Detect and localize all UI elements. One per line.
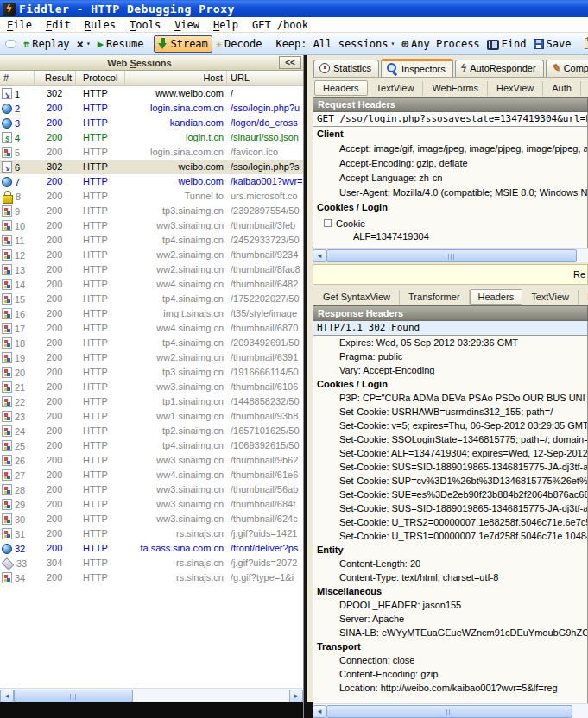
- tab-im[interactable]: Im: [579, 290, 588, 305]
- header-item[interactable]: Content-Length: 20: [313, 557, 587, 571]
- session-row[interactable]: 1302HTTPwww.weibo.com/: [0, 86, 303, 101]
- collapse-sessions-button[interactable]: <<: [279, 56, 301, 69]
- header-item[interactable]: Expires: Wed, 05 Sep 2012 03:29:36 GMT: [313, 337, 587, 350]
- tab-headers[interactable]: Headers: [314, 80, 368, 96]
- session-row[interactable]: 5200HTTPlogin.sina.com.cn/favicon.ico: [0, 145, 303, 160]
- response-status-line[interactable]: HTTP/1.1 302 Found: [313, 321, 588, 336]
- session-row[interactable]: 7200HTTPweibo.com/kaibao001?wvr=: [0, 174, 303, 189]
- header-item[interactable]: Set-Cookie: SSOLoginState=1346815775; pa…: [313, 433, 587, 447]
- tab-headers[interactable]: Headers: [470, 289, 523, 305]
- session-row[interactable]: 28200HTTPww3.sinaimg.cn/thumbnail/56ab: [0, 482, 303, 497]
- tab-statistics[interactable]: Statistics: [313, 60, 379, 77]
- session-row[interactable]: 19200HTTPww2.sinaimg.cn/thumbnail/6391: [0, 350, 303, 365]
- header-item[interactable]: P3P: CP="CURa ADMa DEVa PSAo PSDo OUR BU…: [313, 392, 587, 406]
- quickexec-input[interactable]: [0, 702, 303, 718]
- header-item[interactable]: Content-Encoding: gzip: [313, 668, 587, 682]
- header-item[interactable]: Set-Cookie: SUS=SID-1889019865-134681577…: [313, 502, 587, 516]
- session-row[interactable]: 18200HTTPtp4.sinaimg.cn/2093492691/50: [0, 336, 303, 350]
- keep-sessions-dropdown[interactable]: Keep: All sessions▾: [272, 36, 398, 52]
- header-item[interactable]: Vary: Accept-Encoding: [313, 364, 587, 378]
- header-item[interactable]: Accept: image/gif, image/jpeg, image/pjp…: [313, 142, 587, 157]
- replay-button[interactable]: ⇈Replay: [20, 36, 73, 52]
- tab-hexview[interactable]: HexView: [488, 81, 543, 96]
- tab-auth[interactable]: Auth: [543, 81, 581, 96]
- session-row[interactable]: 33304HTTPrs.sinajs.cn/j.gif?uids=2072: [0, 556, 303, 570]
- session-row[interactable]: 3200HTTPkandian.com/logon/do_cross: [0, 116, 303, 130]
- remove-sessions-button[interactable]: ×▾: [73, 37, 94, 51]
- session-row[interactable]: 9200HTTPtp3.sinaimg.cn/2392897554/50: [0, 204, 303, 218]
- header-item[interactable]: Connection: close: [313, 654, 587, 668]
- session-row[interactable]: 21200HTTPww3.sinaimg.cn/thumbnail/6106: [0, 380, 303, 394]
- header-item[interactable]: Cookie: [313, 216, 587, 230]
- scroll-right-arrow[interactable]: ▸: [289, 690, 303, 702]
- menu-item-get-book[interactable]: GET /book: [245, 18, 315, 32]
- session-row[interactable]: 11200HTTPtp4.sinaimg.cn/2452933723/50: [0, 233, 303, 248]
- tab-textview[interactable]: TextView: [368, 81, 424, 96]
- session-row[interactable]: 4200HTTPlogin.t.cn/sinaurl/sso.json: [0, 130, 303, 145]
- session-row[interactable]: 8200HTTPTunnel tours.microsoft.co: [0, 189, 303, 204]
- menu-item-help[interactable]: Help: [206, 18, 245, 32]
- header-item[interactable]: Location: http://weibo.com/kaibao001?wvr…: [313, 682, 587, 696]
- column-header-url[interactable]: URL: [227, 71, 303, 85]
- header-item[interactable]: Accept-Language: zh-cn: [313, 172, 587, 186]
- session-row[interactable]: 32200HTTPta.sass.sina.com.cn/front/deliv…: [0, 541, 303, 556]
- decode-button[interactable]: ✳Decode: [212, 36, 266, 52]
- header-item[interactable]: Set-Cookie: ALF=1347419304; expires=Wed,…: [313, 447, 587, 461]
- header-item[interactable]: Set-Cookie: SUP=cv%3D1%26bt%3D1346815775…: [313, 475, 587, 488]
- request-line[interactable]: GET /sso/login.php?ssosavestate=13474193…: [313, 112, 588, 127]
- session-row[interactable]: 24200HTTPtp2.sinaimg.cn/1657101625/50: [0, 424, 303, 438]
- clipboard-button[interactable]: [581, 36, 588, 51]
- tab-textview[interactable]: TextView: [522, 290, 579, 305]
- session-row[interactable]: 26200HTTPww3.sinaimg.cn/thumbnail/9b62: [0, 453, 303, 468]
- tab-comp[interactable]: ✎Comp: [546, 60, 588, 77]
- menu-item-tools[interactable]: Tools: [123, 18, 168, 32]
- save-button[interactable]: Save: [530, 36, 575, 52]
- comment-button[interactable]: [2, 38, 20, 50]
- session-row[interactable]: 12200HTTPww2.sinaimg.cn/thumbnail/9234: [0, 248, 303, 262]
- header-item[interactable]: Accept-Encoding: gzip, deflate: [313, 157, 587, 172]
- header-item[interactable]: User-Agent: Mozilla/4.0 (compatible; MSI…: [313, 186, 587, 201]
- scroll-thumb[interactable]: [14, 690, 133, 702]
- scroll-left-arrow[interactable]: ◂: [313, 705, 326, 718]
- header-item[interactable]: Content-Type: text/html; charset=utf-8: [313, 571, 587, 585]
- column-header-number[interactable]: #: [0, 71, 35, 85]
- menu-item-edit[interactable]: Edit: [39, 18, 78, 32]
- header-item[interactable]: DPOOL_HEADER: jason155: [313, 599, 587, 613]
- session-row[interactable]: 2200HTTPlogin.sina.com.cn/sso/login.php?…: [0, 101, 303, 116]
- session-row[interactable]: 6302HTTPweibo.com/sso/login.php?s: [0, 160, 303, 174]
- session-row[interactable]: 29200HTTPww3.sinaimg.cn/thumbnail/684f: [0, 497, 303, 512]
- stream-button[interactable]: Stream: [154, 35, 212, 53]
- scroll-thumb[interactable]: [326, 705, 572, 718]
- session-row[interactable]: 25200HTTPtp4.sinaimg.cn/1069392615/50: [0, 438, 303, 453]
- header-item[interactable]: Set-Cookie: SUS=SID-1889019865-134681577…: [313, 461, 587, 475]
- session-row[interactable]: 22200HTTPtp1.sinaimg.cn/1448858232/50: [0, 394, 303, 409]
- resume-button[interactable]: ▶Resume: [94, 36, 148, 52]
- header-item[interactable]: Pragma: public: [313, 350, 587, 364]
- scroll-left-arrow[interactable]: ◂: [0, 690, 14, 702]
- column-header-result[interactable]: Result: [35, 71, 76, 85]
- tab-c[interactable]: C: [581, 81, 588, 96]
- tab-webforms[interactable]: WebForms: [423, 81, 488, 96]
- scroll-left-arrow[interactable]: ◂: [313, 249, 326, 262]
- column-header-protocol[interactable]: Protocol: [76, 71, 125, 85]
- header-item[interactable]: Set-Cookie: v=5; expires=Thu, 06-Sep-201…: [313, 419, 587, 433]
- session-row[interactable]: 15200HTTPtp4.sinaimg.cn/1752202027/50: [0, 292, 303, 306]
- any-process-button[interactable]: ⊕Any Process: [398, 35, 483, 52]
- column-header-host[interactable]: Host: [125, 71, 227, 85]
- session-row[interactable]: 23200HTTPww1.sinaimg.cn/thumbnail/93b8: [0, 409, 303, 424]
- menu-item-view[interactable]: View: [168, 18, 206, 32]
- tab-inspectors[interactable]: Inspectors: [381, 59, 453, 78]
- tab-autoresponder[interactable]: ϟAutoResponder: [455, 60, 544, 77]
- scroll-thumb[interactable]: [326, 249, 577, 262]
- session-row[interactable]: 27200HTTPww4.sinaimg.cn/thumbnail/61e6: [0, 468, 303, 482]
- session-row[interactable]: 13200HTTPww2.sinaimg.cn/thumbnail/8fac8: [0, 262, 303, 277]
- tab-get-syntaxview[interactable]: Get SyntaxView: [314, 290, 400, 305]
- menu-item-rules[interactable]: Rules: [78, 18, 123, 32]
- session-row[interactable]: 10200HTTPww3.sinaimg.cn/thumbnail/3feb: [0, 218, 303, 233]
- session-row[interactable]: 16200HTTPimg.t.sinajs.cn/t35/style/image: [0, 306, 303, 321]
- header-item[interactable]: Set-Cookie: U_TRS1=00000007.1e7d258f.504…: [313, 530, 587, 544]
- menu-item-file[interactable]: File: [0, 18, 39, 32]
- session-row[interactable]: 31200HTTPrs.sinajs.cn/j.gif?uids=1421: [0, 526, 303, 541]
- session-row[interactable]: 34200HTTPrs.sinajs.cn/g.gif?type=1&i: [0, 570, 303, 585]
- header-item[interactable]: Server: Apache: [313, 613, 587, 627]
